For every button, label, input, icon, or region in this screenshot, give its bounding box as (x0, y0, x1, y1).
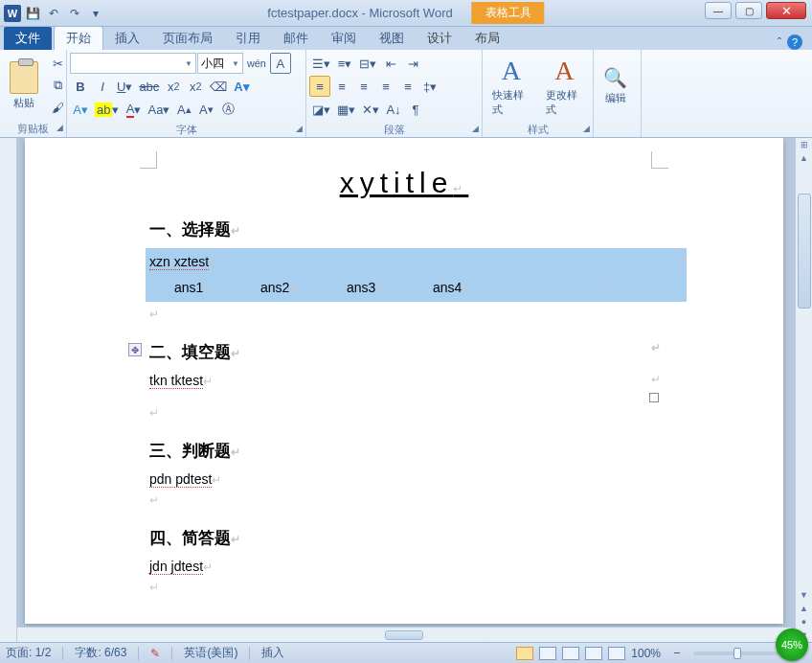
grow-font-icon[interactable]: A▴ (173, 99, 194, 120)
vertical-ruler[interactable] (0, 138, 17, 642)
increase-indent-icon[interactable]: ⇥ (402, 53, 423, 74)
zoom-out-icon[interactable]: − (666, 643, 688, 664)
font-color-icon[interactable]: A▾ (123, 99, 144, 120)
fullscreen-reading-view-icon[interactable] (539, 647, 556, 660)
browse-object-icon[interactable]: ● (800, 615, 808, 629)
web-layout-view-icon[interactable] (562, 647, 579, 660)
change-styles-button[interactable]: A 更改样式 (539, 53, 591, 120)
underline-button[interactable]: U▾ (114, 76, 135, 97)
copy-icon[interactable]: ⧉ (47, 75, 68, 96)
prev-page-icon[interactable]: ▲ (798, 602, 810, 615)
page[interactable]: xytitle↵ 一、选择题↵ xzn xztest↵↵ ans1↵ ans2↵… (25, 138, 783, 624)
shading-icon[interactable]: ◪▾ (309, 99, 333, 120)
line-spacing-icon[interactable]: ‡▾ (419, 76, 440, 97)
tab-review[interactable]: 审阅 (320, 27, 368, 50)
redo-icon[interactable]: ↷ (65, 4, 84, 23)
scroll-down-icon[interactable]: ▼ (798, 588, 810, 602)
language-indicator[interactable]: 英语(美国) (184, 645, 237, 661)
scroll-up-icon[interactable]: ▲ (798, 151, 810, 165)
char-shading-icon[interactable]: A▾ (70, 99, 91, 120)
tab-home[interactable]: 开始 (54, 26, 103, 50)
table-resize-handle-icon[interactable] (649, 393, 659, 402)
answers-row[interactable]: ans1↵ ans2↵ ans3↵ ans4↵ ↵ (146, 270, 687, 296)
font-size-select[interactable]: 小四▼ (197, 53, 243, 74)
save-icon[interactable]: 💾 (23, 4, 42, 23)
horizontal-scrollbar[interactable] (17, 627, 791, 642)
tab-file[interactable]: 文件 (4, 27, 52, 50)
hscroll-thumb[interactable] (385, 630, 423, 640)
selected-table[interactable]: xzn xztest↵↵ ans1↵ ans2↵ ans3↵ ans4↵ ↵ (146, 248, 687, 302)
styles-launcher-icon[interactable]: ◢ (583, 124, 590, 133)
tab-page-layout[interactable]: 页面布局 (151, 27, 224, 50)
font-family-select[interactable]: ▼ (70, 53, 196, 74)
font-launcher-icon[interactable]: ◢ (296, 124, 303, 133)
sort-icon[interactable]: A↓ (383, 99, 404, 120)
ruler-toggle-icon[interactable]: ⊞ (799, 138, 810, 151)
subscript-button[interactable]: x2 (163, 76, 184, 97)
section-3-line[interactable]: pdn pdtest↵ (149, 471, 659, 488)
word-app-icon[interactable]: W (4, 5, 21, 22)
word-count[interactable]: 字数: 6/63 (75, 645, 126, 661)
close-button[interactable]: ✕ (766, 2, 806, 19)
bold-button[interactable]: B (70, 76, 91, 97)
zoom-level[interactable]: 100% (631, 647, 661, 660)
change-case-icon[interactable]: Aa▾ (145, 99, 172, 120)
section-1-heading[interactable]: 一、选择题↵ (149, 218, 659, 240)
shrink-font-icon[interactable]: A▾ (195, 99, 216, 120)
clipboard-launcher-icon[interactable]: ◢ (56, 123, 63, 132)
page-indicator[interactable]: 页面: 1/2 (6, 645, 51, 661)
print-layout-view-icon[interactable] (516, 647, 533, 660)
highlight-icon[interactable]: ab▾ (92, 99, 122, 120)
enclose-char-icon[interactable]: Ⓐ (217, 99, 238, 120)
undo-icon[interactable]: ↶ (44, 4, 63, 23)
borders-icon[interactable]: ▦▾ (334, 99, 358, 120)
table-move-handle-icon[interactable]: ✥ (128, 343, 142, 356)
maximize-button[interactable]: ▢ (735, 2, 762, 19)
bullets-icon[interactable]: ☰▾ (309, 53, 333, 74)
section-4-heading[interactable]: 四、简答题↵ (149, 527, 659, 549)
strikethrough-button[interactable]: abc (136, 76, 162, 97)
section-2-line[interactable]: tkn tktest↵↵ (149, 373, 659, 389)
tab-insert[interactable]: 插入 (103, 27, 151, 50)
align-left-icon[interactable]: ≡ (309, 76, 330, 97)
minimize-button[interactable]: — (705, 2, 732, 19)
vertical-scrollbar[interactable]: ⊞ ▲ ▼ ▲ ● ▼ (795, 138, 812, 642)
tab-view[interactable]: 视图 (368, 27, 416, 50)
clear-format-icon[interactable]: ⌫ (207, 76, 230, 97)
justify-icon[interactable]: ≡ (375, 76, 396, 97)
multilevel-list-icon[interactable]: ⊟▾ (356, 53, 379, 74)
paste-button[interactable]: 粘贴 (3, 53, 45, 119)
text-effects-icon[interactable]: A▾ (231, 76, 252, 97)
section-4-line[interactable]: jdn jdtest↵ (149, 559, 659, 575)
section-3-heading[interactable]: 三、判断题↵ (149, 440, 659, 462)
numbering-icon[interactable]: ≡▾ (334, 53, 355, 74)
document-title[interactable]: xytitle↵ (149, 167, 659, 199)
draft-view-icon[interactable] (608, 647, 625, 660)
align-right-icon[interactable]: ≡ (353, 76, 374, 97)
insert-mode[interactable]: 插入 (261, 645, 284, 661)
page-viewport[interactable]: xytitle↵ 一、选择题↵ xzn xztest↵↵ ans1↵ ans2↵… (17, 138, 791, 642)
tab-mailings[interactable]: 邮件 (272, 27, 320, 50)
decrease-indent-icon[interactable]: ⇤ (380, 53, 401, 74)
scroll-thumb[interactable] (798, 194, 811, 309)
quick-styles-button[interactable]: A 快速样式 (485, 53, 537, 120)
phonetic-guide-icon[interactable]: wén (244, 53, 269, 74)
editing-button[interactable]: 🔍 编辑 (597, 53, 634, 119)
superscript-button[interactable]: x2 (185, 76, 206, 97)
zoom-slider-thumb[interactable] (733, 648, 741, 659)
minimize-ribbon-icon[interactable]: ˆ (778, 35, 781, 50)
format-painter-icon[interactable]: 🖌 (47, 97, 68, 118)
tab-table-layout[interactable]: 布局 (463, 27, 511, 50)
tab-references[interactable]: 引用 (224, 27, 272, 50)
show-marks-icon[interactable]: ¶ (405, 99, 426, 120)
zoom-slider[interactable] (693, 652, 779, 655)
char-border-icon[interactable]: A (270, 53, 291, 74)
asian-layout-icon[interactable]: ✕▾ (359, 99, 382, 120)
help-icon[interactable]: ? (787, 34, 802, 50)
qat-customize-icon[interactable]: ▾ (86, 4, 105, 23)
proofing-icon[interactable]: ✎ (150, 647, 160, 660)
distributed-icon[interactable]: ≡ (397, 76, 418, 97)
align-center-icon[interactable]: ≡ (331, 76, 352, 97)
section-2-heading[interactable]: 二、填空题↵↵ (149, 341, 659, 363)
cut-icon[interactable]: ✂ (47, 53, 68, 74)
